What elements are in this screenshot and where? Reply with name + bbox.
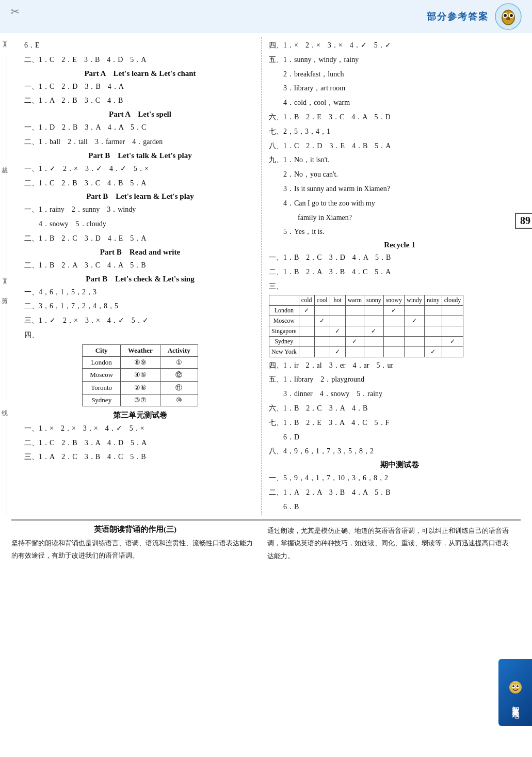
wt-h-rainy: rainy	[425, 295, 442, 305]
corner-icon	[505, 678, 526, 699]
line-2-1c: 二、1．C 2．E 3．B 4．D 5．A	[24, 54, 256, 66]
owl-icon	[495, 3, 522, 30]
part-a-spell: Part A Let's spell	[24, 109, 256, 119]
line-1-rainy: 一、1．rainy 2．sunny 3．windy	[24, 203, 256, 216]
right-column: 89 四、1．× 2．× 3．× 4．✓ 5．✓ 五、1．sunny，windy…	[262, 37, 532, 515]
wt-h-hot: hot	[330, 295, 345, 305]
line-1-seq1: 一、4，6，1，5，2，3	[24, 286, 256, 298]
table-row: Singapore✓✓	[269, 326, 463, 336]
r-line-6-b: 六、1．B 2．C 3．A 4．B	[269, 402, 530, 415]
recycle1-line3: 三、	[269, 280, 530, 293]
line-2-seq2: 二、3，6，1，7，2，4，8，5	[24, 300, 256, 312]
unit3-line1: 一、1．× 2．× 3．× 4．✓ 5．×	[24, 422, 256, 435]
midterm-title: 期中测试卷	[269, 460, 530, 470]
city-toronto: Toronto	[83, 381, 121, 394]
activity-moscow: ⑫	[160, 368, 198, 381]
wt-h-cloudy: cloudy	[442, 295, 463, 305]
activity-toronto: ⑪	[160, 381, 198, 394]
city-moscow: Moscow	[83, 368, 121, 381]
r-line-5-3: 3．library，art room	[269, 82, 530, 94]
footer-left-text: 坚持不懈的朗读和背诵也是训练语言、语调、语流和连贯性、流畅性口语表达能力的有效途…	[11, 537, 259, 562]
line-3-check2: 三、1．✓ 2．× 3．× 4．✓ 5．✓	[24, 314, 256, 327]
weather-london: ⑧⑨	[121, 356, 160, 368]
part-b-learn-play: Part B Let's learn & Let's play	[24, 192, 256, 201]
table-row: Moscow ④⑤ ⑫	[83, 368, 198, 381]
recycle1-line1: 一、1．B 2．C 3．D 4．A 5．B	[269, 251, 530, 264]
midterm-line1: 一、5，9，4，1，7，10，3，6，8，2	[269, 472, 530, 484]
line-1-1c: 一、1．C 2．D 3．B 4．A	[24, 81, 256, 93]
midterm-line3: 6．B	[269, 501, 530, 513]
col-weather: Weather	[121, 344, 160, 356]
footer-left: 英语朗读背诵的作用(三) 坚持不懈的朗读和背诵也是训练语言、语调、语流和连贯性、…	[11, 525, 259, 563]
weather-moscow: ④⑤	[121, 368, 160, 381]
table-row: London✓✓	[269, 305, 463, 316]
page-number: 89	[515, 213, 532, 229]
corner-decoration: 智趣天地	[498, 659, 532, 726]
svg-point-9	[509, 681, 522, 693]
part-b-read-write: Part B Read and write	[24, 247, 256, 257]
left-column: 6．E 二、1．C 2．E 3．B 4．D 5．A Part A Let's l…	[9, 37, 262, 515]
r-line-9-3: 3．Is it sunny and warm in Xiamen?	[269, 183, 530, 195]
r-line-9-2: 2．No，you can't.	[269, 168, 530, 181]
part-b-talk-play: Part B Let's talk & Let's play	[24, 151, 256, 161]
corner-label: 智趣天地	[511, 701, 520, 707]
cut-label-jian: 剪	[0, 292, 9, 294]
line-2-1c-2b: 二、1．C 2．B 3．C 4．B 5．A	[24, 177, 256, 190]
footer-left-title: 英语朗读背诵的作用(三)	[11, 525, 259, 534]
table-row: London ⑧⑨ ①	[83, 356, 198, 368]
r-line-9-5: 5．Yes，it is.	[269, 226, 530, 238]
page-header: ✂ 部分参考答案	[0, 0, 532, 33]
line-2-ball: 二、1．ball 2．tall 3．farmer 4．garden	[24, 136, 256, 148]
svg-point-6	[510, 14, 513, 17]
unit3-line3: 三、1．A 2．C 3．B 4．C 5．B	[24, 451, 256, 463]
footer-right-text: 通过朗读，尤其是模仿正确、地道的英语语音语调，可以纠正和训练自己的语音语调，掌握…	[267, 525, 515, 563]
r-line-8: 八、1．C 2．D 3．E 4．B 5．A	[269, 140, 530, 152]
wt-h-cool: cool	[314, 295, 330, 305]
r-line-4: 四、1．× 2．× 3．× 4．✓ 5．✓	[269, 39, 530, 52]
r-line-5-dinner: 3．dinner 4．snowy 5．rainy	[269, 388, 530, 400]
table-row: Toronto ②⑥ ⑪	[83, 381, 198, 394]
svg-point-12	[512, 685, 514, 687]
r-line-9-4b: family in Xiamen?	[269, 212, 530, 224]
r-line-5: 五、1．sunny，windy，rainy	[269, 54, 530, 66]
wt-h-windy: windy	[405, 295, 425, 305]
table-row: Moscow✓✓	[269, 316, 463, 326]
wt-h-warm: warm	[345, 295, 364, 305]
line-2-1a: 二、1．A 2．B 3．C 4．B	[24, 94, 256, 107]
svg-point-13	[517, 685, 519, 687]
table-row: New York✓✓	[269, 346, 463, 357]
unit3-title: 第三单元测试卷	[24, 411, 256, 420]
line-1-check: 一、1．✓ 2．× 3．✓ 4．✓ 5．×	[24, 163, 256, 175]
table-row: Sydney✓✓	[269, 336, 463, 346]
r-line-7-b: 七、1．B 2．E 3．A 4．C 5．F	[269, 417, 530, 429]
svg-point-7	[506, 17, 510, 20]
line-si: 四、	[24, 329, 256, 341]
weather-sydney: ③⑦	[121, 394, 160, 406]
header-title: 部分参考答案	[427, 10, 489, 23]
r-line-5-2: 2．breakfast，lunch	[269, 68, 530, 81]
weather-toronto: ②⑥	[121, 381, 160, 394]
line-6e: 6．E	[24, 39, 256, 52]
line-2-1b: 二、1．B 2．C 3．D 4．E 5．A	[24, 232, 256, 245]
r-line-5-lib: 五、1．library 2．playground	[269, 373, 530, 386]
footer-right: 通过朗读，尤其是模仿正确、地道的英语语音语调，可以纠正和训练自己的语音语调，掌握…	[267, 525, 515, 563]
wt-h-sunny: sunny	[364, 295, 384, 305]
r-line-6d: 6．D	[269, 431, 530, 444]
city-sydney: Sydney	[83, 394, 121, 406]
line-snowy: 4．snowy 5．cloudy	[24, 218, 256, 230]
wt-h0	[269, 295, 299, 305]
weather-grid-table: cold cool hot warm sunny snowy windy rai…	[269, 295, 463, 357]
line-1-1d: 一、1．D 2．B 3．A 4．A 5．C	[24, 121, 256, 134]
r-line-9-4: 4．Can I go to the zoo with my	[269, 197, 530, 210]
r-line-4-ir: 四、1．ir 2．al 3．er 4．ar 5．ur	[269, 359, 530, 372]
svg-point-5	[504, 14, 507, 17]
wt-h-snowy: snowy	[383, 295, 404, 305]
city-weather-table: City Weather Activity London ⑧⑨ ① Moscow…	[82, 344, 198, 406]
r-line-5-4: 4．cold，cool，warm	[269, 97, 530, 109]
activity-sydney: ⑩	[160, 394, 198, 406]
cut-label-xian: 线	[0, 405, 9, 406]
activity-london: ①	[160, 356, 198, 368]
col-activity: Activity	[160, 344, 198, 356]
r-line-8-seq: 八、4，9，6，1，7，3，5，8，2	[269, 445, 530, 458]
recycle1-line2: 二、1．B 2．A 3．B 4．C 5．A	[269, 266, 530, 278]
